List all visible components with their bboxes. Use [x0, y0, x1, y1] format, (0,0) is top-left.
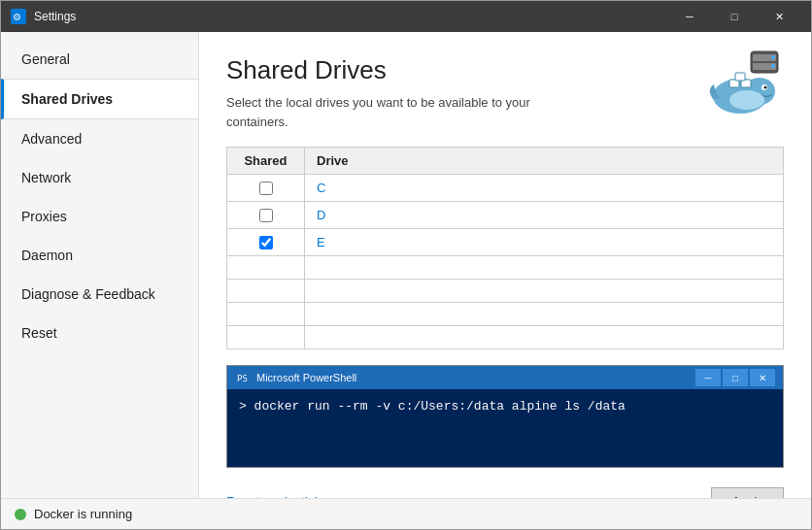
- powershell-title: Microsoft PowerShell: [256, 372, 690, 383]
- page-subtitle: Select the local drives you want to be a…: [226, 93, 537, 131]
- col-header-drive: Drive: [305, 148, 784, 175]
- drive-c-checkbox[interactable]: [259, 182, 273, 195]
- drive-c-checkbox-cell: [227, 175, 305, 202]
- drives-table: Shared Drive C: [226, 147, 784, 349]
- svg-text:⚙: ⚙: [13, 12, 21, 22]
- drive-d-label: D: [305, 202, 784, 229]
- reset-credentials-link[interactable]: Reset credentials...: [226, 494, 334, 498]
- bottom-bar: Reset credentials... Apply: [226, 480, 784, 498]
- drive-c-label: C: [305, 175, 784, 202]
- content-area: General Shared Drives Advanced Network P…: [1, 32, 811, 498]
- whale-icon: [706, 46, 784, 123]
- table-row-empty-4: [227, 326, 784, 349]
- sidebar-item-shared-drives[interactable]: Shared Drives: [1, 79, 198, 119]
- drive-e-checkbox[interactable]: [259, 236, 273, 249]
- col-header-shared: Shared: [227, 148, 305, 175]
- status-bar: Docker is running: [1, 498, 811, 529]
- drive-d-checkbox[interactable]: [259, 209, 273, 222]
- svg-text:PS: PS: [237, 374, 248, 383]
- powershell-command: > docker run --rm -v c:/Users:/data alpi…: [239, 399, 771, 414]
- svg-point-10: [764, 86, 767, 89]
- titlebar: ⚙ Settings ─ □ ✕: [1, 1, 811, 32]
- ps-minimize-button[interactable]: ─: [695, 369, 721, 386]
- powershell-icon: PS: [235, 370, 251, 385]
- ps-maximize-button[interactable]: □: [723, 369, 748, 386]
- powershell-box: PS Microsoft PowerShell ─ □ ✕ > docker r…: [226, 365, 784, 468]
- settings-window: ⚙ Settings ─ □ ✕ General Shared Drives A…: [0, 0, 812, 530]
- apply-button[interactable]: Apply: [711, 487, 784, 498]
- powershell-titlebar: PS Microsoft PowerShell ─ □ ✕: [227, 366, 783, 389]
- window-controls: ─ □ ✕: [667, 1, 801, 32]
- sidebar-item-network[interactable]: Network: [1, 158, 198, 197]
- powershell-controls: ─ □ ✕: [695, 369, 775, 386]
- table-row-empty-3: [227, 303, 784, 326]
- svg-point-6: [771, 64, 775, 68]
- close-button[interactable]: ✕: [757, 1, 801, 32]
- maximize-button[interactable]: □: [712, 1, 757, 32]
- page-title: Shared Drives: [226, 55, 537, 85]
- table-row-empty-2: [227, 280, 784, 303]
- minimize-button[interactable]: ─: [667, 1, 712, 32]
- drive-e-checkbox-cell: [227, 229, 305, 256]
- window-title: Settings: [34, 10, 667, 23]
- app-icon: ⚙: [11, 9, 26, 24]
- powershell-body: > docker run --rm -v c:/Users:/data alpi…: [227, 389, 783, 467]
- table-row: E: [227, 229, 784, 256]
- sidebar-item-diagnose-feedback[interactable]: Diagnose & Feedback: [1, 275, 198, 314]
- table-row: C: [227, 175, 784, 202]
- docker-status-text: Docker is running: [34, 507, 132, 521]
- table-row-empty-1: [227, 256, 784, 280]
- drive-e-label: E: [305, 229, 784, 256]
- svg-rect-14: [735, 73, 745, 81]
- sidebar-item-daemon[interactable]: Daemon: [1, 236, 198, 275]
- sidebar-item-advanced[interactable]: Advanced: [1, 119, 198, 158]
- svg-point-5: [771, 55, 775, 59]
- ps-close-button[interactable]: ✕: [750, 369, 775, 386]
- sidebar-item-proxies[interactable]: Proxies: [1, 197, 198, 236]
- table-row: D: [227, 202, 784, 229]
- drive-d-checkbox-cell: [227, 202, 305, 229]
- sidebar: General Shared Drives Advanced Network P…: [1, 32, 199, 498]
- page-header: Shared Drives Select the local drives yo…: [226, 55, 784, 131]
- page-header-text: Shared Drives Select the local drives yo…: [226, 55, 537, 131]
- sidebar-item-reset[interactable]: Reset: [1, 314, 198, 352]
- sidebar-item-general[interactable]: General: [1, 40, 198, 79]
- svg-point-11: [729, 90, 764, 110]
- main-content: Shared Drives Select the local drives yo…: [199, 32, 811, 498]
- docker-status-indicator: [15, 509, 26, 520]
